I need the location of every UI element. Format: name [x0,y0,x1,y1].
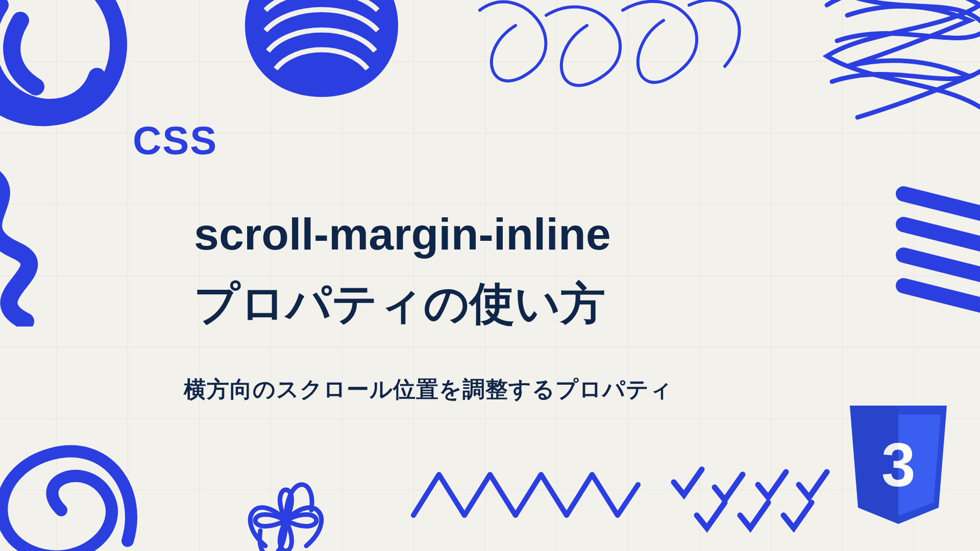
page-title: scroll-margin-inline プロパティの使い方 [194,199,611,339]
svg-marker-2 [850,406,898,524]
subtitle: 横方向のスクロール位置を調整するプロパティ [184,374,673,405]
title-line-2: プロパティの使い方 [194,269,611,338]
main-content: CSS scroll-margin-inline プロパティの使い方 横方向のス… [0,0,980,551]
title-line-1: scroll-margin-inline [194,199,611,269]
category-label: CSS [133,117,217,164]
css3-badge-icon: 3 [845,406,952,528]
